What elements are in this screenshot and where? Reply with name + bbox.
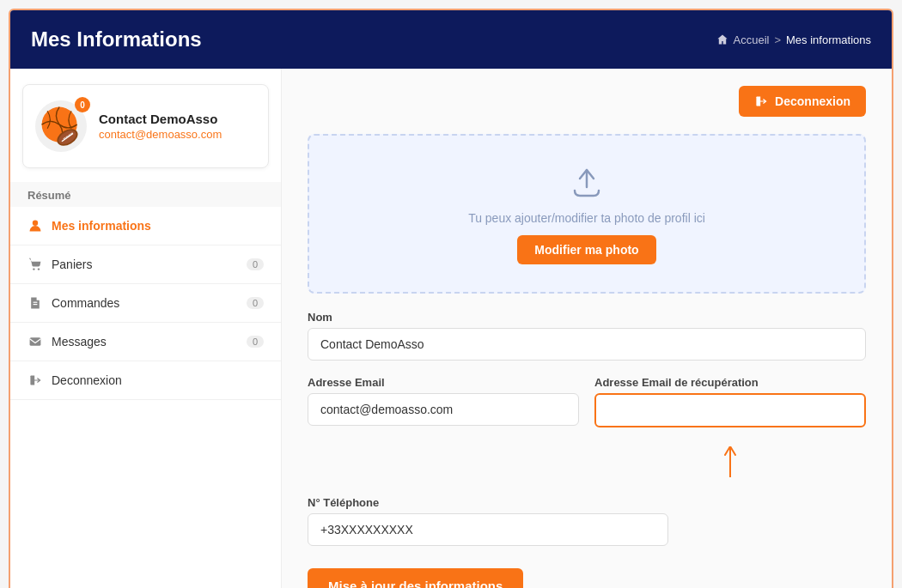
- sidebar-item-deconnexion[interactable]: Deconnexion: [10, 361, 281, 400]
- form-section: Nom Adresse Email Adresse Email de récup…: [308, 311, 866, 588]
- cart-icon: [27, 257, 43, 272]
- user-card: 0 Contact DemoAsso contact@demoasso.com: [22, 84, 269, 168]
- mise-a-jour-button[interactable]: Mise à jour des informations: [308, 568, 523, 588]
- arrow-row: [308, 443, 866, 481]
- sidebar-section-label: Résumé: [10, 182, 281, 207]
- modifier-photo-label: Modifier ma photo: [534, 243, 638, 257]
- breadcrumb-current: Mes informations: [786, 33, 871, 46]
- form-field-email-recovery: Adresse Email de récupération: [594, 376, 866, 427]
- sidebar-item-messages[interactable]: Messages 0: [10, 323, 281, 361]
- modifier-photo-button[interactable]: Modifier ma photo: [517, 235, 655, 264]
- form-row-emails: Adresse Email Adresse Email de récupérat…: [308, 376, 866, 427]
- deconnexion-label: Deconnexion: [775, 94, 850, 108]
- email-recovery-label: Adresse Email de récupération: [594, 376, 866, 389]
- user-email: contact@demoasso.com: [99, 128, 222, 141]
- arrow-indicator: [722, 443, 739, 481]
- content-area: Deconnexion Tu peux ajouter/modifier ta …: [282, 69, 892, 588]
- commandes-badge: 0: [247, 297, 264, 309]
- breadcrumb-separator: >: [774, 33, 781, 46]
- logout-icon-btn: [754, 94, 768, 108]
- upload-icon: [568, 163, 606, 201]
- sidebar: 0 Contact DemoAsso contact@demoasso.com …: [10, 69, 282, 588]
- nom-input[interactable]: [308, 328, 866, 361]
- form-field-email: Adresse Email: [308, 376, 579, 427]
- sidebar-nav: Mes informations Paniers: [10, 207, 281, 400]
- sidebar-label-deconnexion: Deconnexion: [52, 373, 122, 387]
- user-name: Contact DemoAsso: [99, 112, 222, 126]
- messages-badge: 0: [247, 336, 264, 348]
- svg-rect-13: [30, 337, 41, 346]
- sidebar-label-mes-informations: Mes informations: [52, 219, 151, 233]
- tel-label: N° Téléphone: [308, 496, 668, 509]
- mail-icon: [27, 334, 43, 349]
- sidebar-item-commandes[interactable]: Commandes 0: [10, 284, 281, 323]
- breadcrumb-home[interactable]: Accueil: [734, 33, 770, 46]
- avatar-wrapper: 0: [35, 100, 87, 152]
- sidebar-label-paniers: Paniers: [52, 258, 92, 271]
- file-icon: [27, 295, 43, 311]
- tel-input[interactable]: [308, 513, 668, 546]
- notification-badge: 0: [75, 97, 90, 112]
- paniers-badge: 0: [247, 258, 264, 270]
- top-header: Mes Informations Accueil > Mes informati…: [10, 10, 892, 69]
- email-recovery-input[interactable]: [594, 393, 866, 427]
- form-field-nom: Nom: [308, 311, 866, 361]
- deconnexion-button[interactable]: Deconnexion: [739, 86, 866, 117]
- sidebar-label-commandes: Commandes: [52, 296, 119, 310]
- svg-point-10: [38, 268, 40, 270]
- sidebar-item-mes-informations[interactable]: Mes informations: [10, 207, 281, 246]
- home-icon: [716, 33, 728, 45]
- sidebar-label-messages: Messages: [52, 335, 107, 349]
- main-body: 0 Contact DemoAsso contact@demoasso.com …: [10, 69, 892, 588]
- up-arrow-icon: [722, 446, 739, 481]
- page-title: Mes Informations: [31, 27, 202, 52]
- app-wrapper: Mes Informations Accueil > Mes informati…: [9, 9, 893, 588]
- user-icon: [27, 218, 43, 233]
- svg-point-8: [33, 221, 38, 226]
- mise-a-jour-label: Mise à jour des informations: [328, 579, 503, 588]
- email-input[interactable]: [308, 393, 579, 426]
- user-info: Contact DemoAsso contact@demoasso.com: [99, 112, 222, 141]
- email-label: Adresse Email: [308, 376, 579, 389]
- form-field-tel: N° Téléphone: [308, 496, 668, 546]
- svg-point-9: [33, 268, 34, 270]
- nom-label: Nom: [308, 311, 866, 324]
- photo-upload-area: Tu peux ajouter/modifier ta photo de pro…: [308, 134, 866, 294]
- photo-upload-text: Tu peux ajouter/modifier ta photo de pro…: [468, 211, 705, 225]
- sidebar-item-paniers[interactable]: Paniers 0: [10, 246, 281, 284]
- logout-icon: [27, 373, 43, 388]
- deconnexion-row: Deconnexion: [308, 86, 866, 117]
- breadcrumb: Accueil > Mes informations: [716, 33, 872, 46]
